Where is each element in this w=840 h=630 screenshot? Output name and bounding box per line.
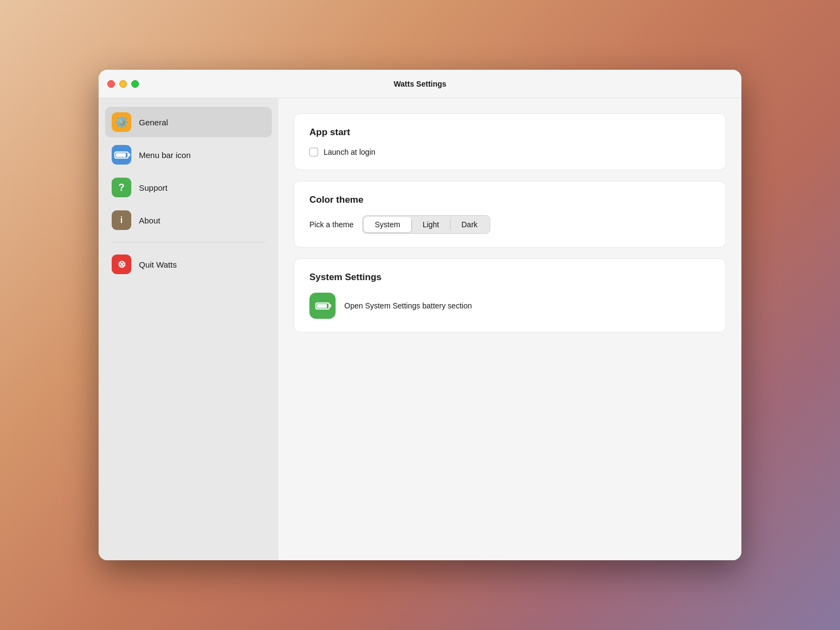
launch-at-login-row: Launch at login (309, 148, 710, 156)
sidebar-label-quit: Quit Watts (139, 260, 176, 269)
sidebar-label-general: General (139, 118, 168, 127)
sidebar-item-support[interactable]: ? Support (105, 172, 272, 203)
app-start-card: App start Launch at login (294, 113, 726, 170)
about-icon: i (112, 210, 131, 230)
theme-system-segment[interactable]: System (364, 217, 411, 232)
battery-icon (114, 152, 129, 159)
support-icon: ? (112, 178, 131, 197)
color-theme-card: Color theme Pick a theme System Light Da… (294, 181, 726, 247)
main-content: App start Launch at login Color theme Pi… (278, 98, 741, 560)
launch-at-login-checkbox[interactable] (309, 148, 318, 156)
sidebar-item-general[interactable]: ⚙️ General (105, 107, 272, 137)
sidebar: ⚙️ General Menu bar icon ? Support (99, 98, 278, 560)
sidebar-item-menu-bar-icon[interactable]: Menu bar icon (105, 140, 272, 170)
battery-icon-large (315, 302, 330, 310)
info-icon: i (120, 215, 123, 225)
system-settings-battery-icon (309, 293, 336, 319)
content-area: ⚙️ General Menu bar icon ? Support (99, 98, 741, 560)
general-icon: ⚙️ (112, 112, 131, 132)
sidebar-label-support: Support (139, 183, 168, 192)
minimize-button[interactable] (119, 80, 127, 88)
system-settings-card: System Settings Open System Settings bat… (294, 258, 726, 332)
pick-a-theme-label: Pick a theme (309, 220, 354, 229)
close-button[interactable] (107, 80, 115, 88)
sidebar-divider (112, 242, 265, 243)
color-theme-title: Color theme (309, 195, 710, 205)
theme-segmented-control: System Light Dark (362, 215, 490, 234)
open-system-settings-label: Open System Settings battery section (344, 301, 472, 310)
maximize-button[interactable] (131, 80, 139, 88)
question-icon: ? (119, 182, 125, 193)
theme-light-segment[interactable]: Light (412, 217, 450, 232)
menu-bar-icon-icon (112, 145, 131, 165)
launch-at-login-label: Launch at login (324, 148, 375, 156)
titlebar: Watts Settings (99, 70, 741, 98)
traffic-lights (107, 80, 139, 88)
sidebar-item-about[interactable]: i About (105, 205, 272, 235)
system-settings-title: System Settings (309, 272, 710, 283)
sidebar-label-about: About (139, 216, 160, 225)
open-system-settings-row[interactable]: Open System Settings battery section (309, 293, 710, 319)
theme-dark-segment[interactable]: Dark (451, 217, 489, 232)
quit-icon: ⊗ (112, 255, 131, 274)
gear-icon: ⚙️ (115, 116, 129, 129)
window-title: Watts Settings (394, 80, 447, 88)
app-start-title: App start (309, 127, 710, 138)
theme-picker-row: Pick a theme System Light Dark (309, 215, 710, 234)
sidebar-item-quit[interactable]: ⊗ Quit Watts (105, 249, 272, 280)
x-circle-icon: ⊗ (118, 258, 126, 270)
sidebar-label-menu-bar-icon: Menu bar icon (139, 150, 191, 160)
app-window: Watts Settings ⚙️ General Menu bar icon (99, 70, 741, 560)
